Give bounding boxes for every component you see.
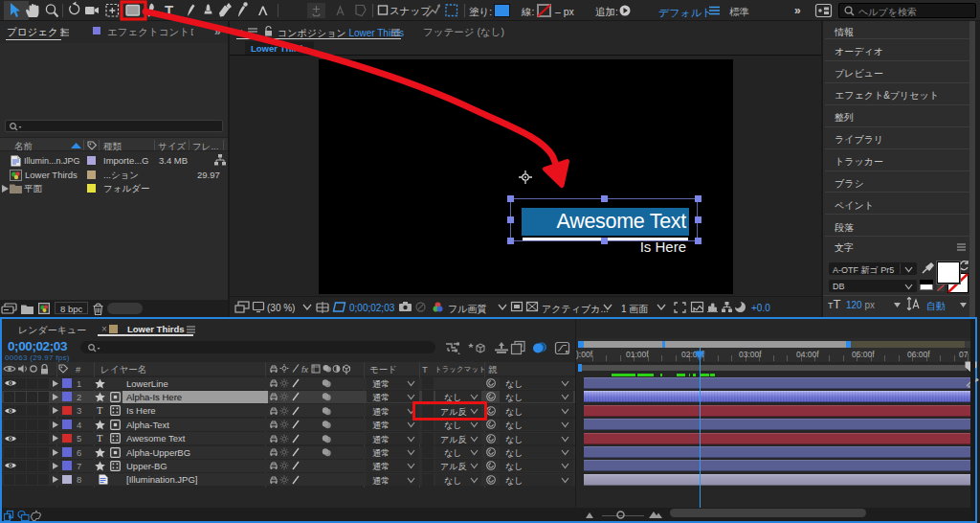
svg-text:fx: fx	[301, 365, 309, 375]
